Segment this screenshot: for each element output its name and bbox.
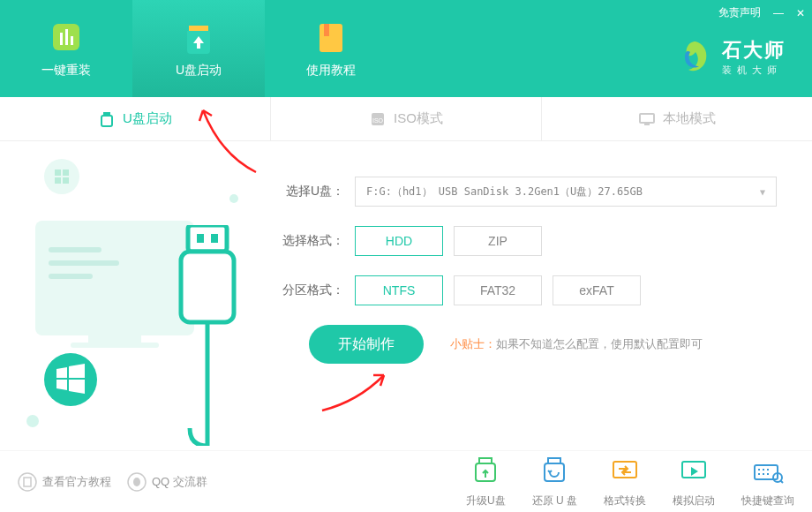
- svg-rect-24: [24, 478, 31, 486]
- tip-text: 如果不知道怎么配置，使用默认配置即可: [496, 337, 703, 350]
- tool-label: 格式转换: [604, 493, 646, 508]
- partition-label: 分区格式：: [274, 282, 344, 298]
- svg-rect-17: [71, 343, 159, 348]
- header: 一键重装 U盘启动 使用教程 免责声明 — ✕ 石大师 装机大师: [0, 0, 812, 97]
- svg-rect-4: [320, 24, 342, 52]
- main-content: 选择U盘： F:G:（hd1） USB SanDisk 3.2Gen1（U盘）2…: [0, 141, 812, 450]
- action-row: 开始制作 小贴士：如果不知道怎么配置，使用默认配置即可: [274, 325, 777, 364]
- link-label: 查看官方教程: [42, 474, 111, 490]
- restore-icon: [538, 455, 571, 488]
- opt-ntfs[interactable]: NTFS: [355, 275, 443, 305]
- svg-rect-20: [211, 234, 218, 243]
- usb-badge-icon: [180, 19, 217, 56]
- form-area: 选择U盘： F:G:（hd1） USB SanDisk 3.2Gen1（U盘）2…: [265, 141, 812, 450]
- nav-label: 一键重装: [41, 63, 91, 79]
- svg-rect-33: [755, 465, 778, 479]
- tip: 小贴士：如果不知道怎么配置，使用默认配置即可: [450, 336, 703, 352]
- opt-exfat[interactable]: exFAT: [553, 275, 641, 305]
- nav-reinstall[interactable]: 一键重装: [0, 0, 132, 97]
- svg-point-23: [19, 473, 36, 491]
- minimize-button[interactable]: —: [773, 7, 784, 19]
- logo-title: 石大师: [722, 37, 786, 64]
- book-icon: [312, 19, 350, 56]
- subtab-label: ISO模式: [394, 110, 443, 127]
- row-partition: 分区格式： NTFS FAT32 exFAT: [274, 275, 777, 305]
- keyboard-icon: [751, 455, 785, 488]
- svg-rect-3: [71, 36, 73, 45]
- nav-label: 使用教程: [306, 63, 356, 79]
- tool-label: 还原 U 盘: [532, 493, 577, 508]
- iso-icon: ISO: [369, 110, 387, 128]
- svg-rect-19: [197, 234, 204, 243]
- subtab-usb[interactable]: U盘启动: [0, 97, 271, 140]
- logo-subtitle: 装机大师: [722, 64, 782, 77]
- logo-icon: [678, 40, 713, 75]
- svg-point-26: [133, 478, 140, 486]
- opt-zip[interactable]: ZIP: [454, 226, 542, 256]
- svg-rect-1: [60, 33, 63, 45]
- subtab-local[interactable]: 本地模式: [542, 97, 812, 140]
- svg-rect-21: [181, 252, 234, 322]
- svg-rect-7: [102, 116, 112, 126]
- disk-label: 选择U盘：: [274, 184, 344, 200]
- nav-label: U盘启动: [176, 63, 222, 79]
- row-format: 选择格式： HDD ZIP: [274, 226, 777, 256]
- link-qq[interactable]: QQ 交流群: [127, 472, 207, 492]
- opt-fat32[interactable]: FAT32: [454, 275, 542, 305]
- tool-restore[interactable]: 还原 U 盘: [532, 455, 577, 508]
- tool-label: 模拟启动: [673, 493, 715, 508]
- link-tutorial[interactable]: 查看官方教程: [18, 472, 111, 492]
- start-button[interactable]: 开始制作: [309, 325, 424, 364]
- illustration: [0, 141, 265, 450]
- svg-rect-14: [49, 260, 119, 266]
- nav-usb-boot[interactable]: U盘启动: [132, 0, 265, 97]
- usb-icon: [98, 110, 116, 128]
- bottom-bar: 查看官方教程 QQ 交流群 升级U盘 还原 U 盘 格式转换 模拟启动 快捷键查…: [0, 450, 812, 512]
- format-label: 选择格式：: [274, 233, 344, 249]
- subtab-label: U盘启动: [123, 110, 172, 127]
- tool-keyboard[interactable]: 快捷键查询: [741, 455, 794, 508]
- monitor-icon: [638, 110, 656, 128]
- svg-rect-18: [188, 225, 227, 252]
- opt-hdd[interactable]: HDD: [355, 226, 443, 256]
- link-label: QQ 交流群: [152, 474, 207, 490]
- svg-text:ISO: ISO: [372, 117, 384, 124]
- disclaimer-link[interactable]: 免责声明: [718, 5, 761, 20]
- row-disk: 选择U盘： F:G:（hd1） USB SanDisk 3.2Gen1（U盘）2…: [274, 177, 777, 207]
- tool-simulate[interactable]: 模拟启动: [673, 455, 715, 508]
- tool-label: 升级U盘: [466, 493, 506, 508]
- subtab-iso[interactable]: ISO ISO模式: [271, 97, 542, 140]
- nav-tutorial[interactable]: 使用教程: [265, 0, 397, 97]
- svg-rect-15: [49, 274, 93, 279]
- svg-rect-10: [640, 114, 654, 123]
- tool-convert[interactable]: 格式转换: [604, 455, 646, 508]
- svg-rect-13: [49, 247, 102, 252]
- close-button[interactable]: ✕: [796, 7, 805, 19]
- logo: 石大师 装机大师: [678, 37, 786, 77]
- doc-icon: [18, 472, 37, 492]
- svg-rect-2: [65, 29, 68, 45]
- subtabs: U盘启动 ISO ISO模式 本地模式: [0, 97, 812, 141]
- tool-upgrade[interactable]: 升级U盘: [466, 455, 506, 508]
- svg-rect-5: [324, 24, 329, 36]
- svg-rect-16: [88, 335, 141, 343]
- disk-dropdown[interactable]: F:G:（hd1） USB SanDisk 3.2Gen1（U盘）27.65GB: [355, 177, 777, 207]
- qq-icon: [127, 472, 147, 492]
- titlebar: 免责声明 — ✕: [718, 5, 805, 20]
- upgrade-icon: [469, 455, 502, 488]
- tool-label: 快捷键查询: [741, 493, 794, 508]
- bars-icon: [48, 19, 85, 56]
- tip-label: 小贴士：: [450, 337, 496, 350]
- convert-icon: [608, 455, 642, 488]
- svg-rect-11: [644, 124, 650, 125]
- svg-rect-30: [545, 463, 564, 481]
- simulate-icon: [677, 455, 710, 488]
- subtab-label: 本地模式: [663, 110, 716, 127]
